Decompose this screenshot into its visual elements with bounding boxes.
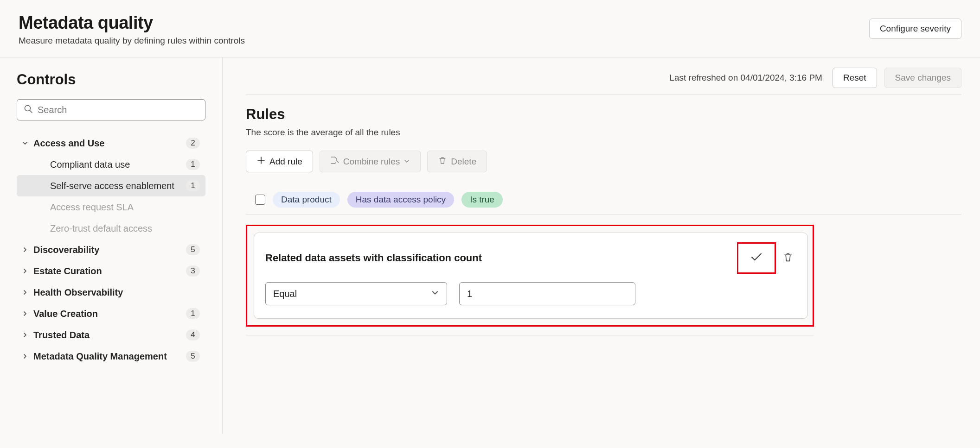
chevron-right-icon	[20, 353, 30, 360]
rule-row[interactable]: Data product Has data access policy Is t…	[246, 185, 961, 215]
controls-sidebar: Controls Access and Use2Compliant data u…	[0, 57, 223, 434]
count-badge: 3	[186, 265, 200, 277]
checkmark-icon	[749, 250, 763, 266]
combine-icon	[330, 156, 339, 167]
count-badge: 1	[186, 159, 200, 170]
main-content: Last refreshed on 04/01/2024, 3:16 PM Re…	[223, 57, 980, 434]
tree-group[interactable]: Estate Curation3	[17, 260, 205, 282]
chevron-right-icon	[20, 289, 30, 296]
delete-rule-button[interactable]	[780, 249, 796, 267]
pill-value: Is true	[461, 192, 503, 208]
chevron-right-icon	[20, 246, 30, 253]
topbar: Last refreshed on 04/01/2024, 3:16 PM Re…	[246, 68, 961, 88]
rule-editor-card: Related data assets with classification …	[254, 233, 808, 319]
value-input[interactable]	[459, 282, 635, 305]
tree-group[interactable]: Metadata Quality Management5	[17, 346, 205, 367]
tree-group[interactable]: Access and Use2	[17, 133, 205, 154]
controls-tree: Access and Use2Compliant data use1Self-s…	[17, 133, 205, 367]
pill-attribute: Has data access policy	[347, 192, 454, 208]
reset-button[interactable]: Reset	[833, 68, 877, 88]
plus-icon	[256, 156, 266, 167]
save-changes-button: Save changes	[884, 68, 961, 88]
tree-group-label: Value Creation	[33, 308, 186, 320]
tree-item[interactable]: Compliant data use1	[17, 154, 205, 175]
action-row: Add rule Combine rules Delete	[246, 151, 961, 172]
chevron-down-icon	[431, 289, 439, 299]
delete-button: Delete	[427, 151, 487, 172]
operator-value: Equal	[273, 289, 297, 299]
tree-group-label: Trusted Data	[33, 329, 186, 341]
tree-item-label: Access request SLA	[50, 201, 200, 213]
chevron-down-icon	[20, 140, 30, 146]
count-badge: 5	[186, 244, 200, 255]
save-changes-label: Save changes	[895, 73, 951, 83]
confirm-rule-button[interactable]	[737, 242, 776, 274]
tree-group[interactable]: Value Creation1	[17, 303, 205, 324]
tree-item-label: Compliant data use	[50, 158, 186, 170]
tree-group[interactable]: Health Observability	[17, 282, 205, 303]
tree-item-label: Self-serve access enablement	[50, 180, 186, 192]
trash-icon	[782, 252, 794, 265]
svg-point-0	[25, 106, 31, 111]
count-badge: 1	[186, 308, 200, 319]
search-icon	[24, 104, 33, 115]
configure-severity-button[interactable]: Configure severity	[869, 19, 961, 39]
editor-highlight-box: Related data assets with classification …	[246, 225, 814, 327]
tree-item: Zero-trust default access	[17, 218, 205, 239]
rules-title: Rules	[246, 106, 961, 123]
tree-item: Access request SLA	[17, 196, 205, 218]
rule-checkbox[interactable]	[255, 195, 265, 205]
tree-item-label: Zero-trust default access	[50, 222, 200, 234]
reset-label: Reset	[843, 73, 866, 83]
page-subtitle: Measure metadata quality by defining rul…	[19, 36, 245, 46]
tree-item[interactable]: Self-serve access enablement1	[17, 175, 205, 196]
tree-group-label: Discoverability	[33, 244, 186, 256]
delete-label: Delete	[451, 157, 476, 167]
configure-severity-label: Configure severity	[880, 24, 951, 34]
count-badge: 5	[186, 351, 200, 362]
tree-group-label: Access and Use	[33, 137, 186, 149]
count-badge: 4	[186, 329, 200, 341]
tree-group[interactable]: Discoverability5	[17, 239, 205, 260]
svg-line-1	[30, 111, 32, 113]
search-input[interactable]	[38, 105, 199, 115]
editor-title: Related data assets with classification …	[265, 252, 482, 264]
chevron-right-icon	[20, 268, 30, 274]
chevron-right-icon	[20, 310, 30, 317]
add-rule-button[interactable]: Add rule	[246, 151, 313, 172]
tree-group-label: Estate Curation	[33, 265, 186, 277]
chevron-down-icon	[404, 157, 410, 167]
count-badge: 2	[186, 138, 200, 149]
last-refreshed: Last refreshed on 04/01/2024, 3:16 PM	[669, 73, 822, 83]
sidebar-title: Controls	[17, 71, 205, 88]
tree-group-label: Health Observability	[33, 286, 200, 298]
pill-entity: Data product	[273, 192, 340, 208]
page-header: Metadata quality Measure metadata qualit…	[0, 0, 980, 57]
add-rule-label: Add rule	[269, 157, 302, 167]
tree-group[interactable]: Trusted Data4	[17, 324, 205, 346]
search-field[interactable]	[17, 99, 205, 120]
chevron-right-icon	[20, 332, 30, 338]
tree-group-label: Metadata Quality Management	[33, 350, 186, 362]
page-title: Metadata quality	[19, 13, 245, 33]
operator-select[interactable]: Equal	[265, 282, 447, 305]
count-badge: 1	[186, 180, 200, 191]
combine-rules-button: Combine rules	[320, 151, 421, 172]
trash-icon	[438, 156, 447, 167]
rules-subtitle: The score is the average of all the rule…	[246, 127, 961, 138]
combine-rules-label: Combine rules	[343, 157, 400, 167]
